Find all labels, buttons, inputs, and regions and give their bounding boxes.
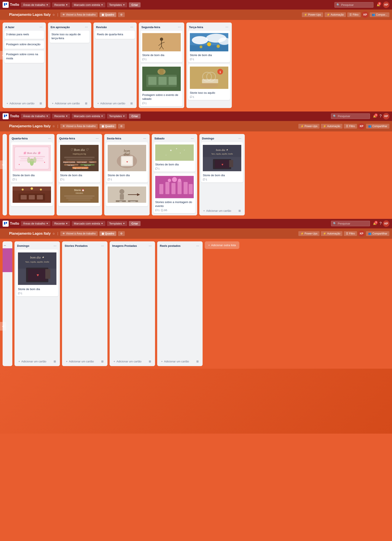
board-view-button[interactable]: ▦ Quadro xyxy=(99,12,116,17)
add-card-revisao[interactable]: + Adicionar um cartão ⊞ xyxy=(95,100,135,106)
search-input-2[interactable] xyxy=(338,114,364,118)
card-bom-dia-quarta[interactable]: 🌸 Bom dia 🌸 ♥ ♥ Storie de bom dia xyxy=(11,142,53,182)
create-button-2[interactable]: Criar xyxy=(129,114,141,119)
search-input-3[interactable] xyxy=(338,222,364,225)
recent-menu-2[interactable]: Recente ▼ xyxy=(52,114,70,119)
card-cores[interactable]: Postagem sobre cores na moda xyxy=(4,51,44,63)
list-menu-sexta[interactable]: ··· xyxy=(143,136,147,141)
recent-menu-3[interactable]: Recente ▼ xyxy=(52,221,70,226)
visibility-button-3[interactable]: 👁 Visível à Área de trabalho xyxy=(60,231,98,236)
list-menu-terca[interactable]: ··· xyxy=(225,25,229,29)
avatar[interactable]: KP xyxy=(383,1,389,8)
customize-button[interactable]: ⚙ xyxy=(118,12,125,17)
left-nav-button-2[interactable]: ◀ xyxy=(0,161,6,169)
share-button[interactable]: 👥 Compar... xyxy=(370,12,389,17)
search-input[interactable] xyxy=(341,3,367,6)
starred-menu[interactable]: Marcado com estrela ▼ xyxy=(72,2,105,7)
power-ups-button-3[interactable]: ⚡ Power-Ups xyxy=(298,231,320,236)
workspaces-menu-3[interactable]: Áreas de trabalho ▼ xyxy=(21,221,51,226)
notification-button[interactable]: 🔔 3 xyxy=(375,1,382,8)
search-bar-3[interactable]: 🔍 xyxy=(331,221,370,226)
star-icon-3[interactable]: ☆ xyxy=(52,232,55,235)
avatar-2[interactable]: KP xyxy=(383,113,389,120)
starred-menu-3[interactable]: Marcado com estrela ▼ xyxy=(72,221,105,226)
starred-menu-2[interactable]: Marcado com estrela ▼ xyxy=(72,114,105,119)
star-icon-2[interactable]: ☆ xyxy=(52,125,55,128)
list-menu-stories-postados[interactable]: ··· xyxy=(100,244,105,248)
add-card-stories-postados[interactable]: + Adicionar um cartão ⊞ xyxy=(64,359,106,364)
avatar-board-2[interactable]: KP xyxy=(358,123,365,130)
filter-button[interactable]: ☰ Filtro xyxy=(347,12,361,17)
left-nav-button-3[interactable]: ◀ xyxy=(0,322,6,331)
board-title[interactable]: Planejamento Lagos Italy xyxy=(9,13,51,17)
visibility-button-2[interactable]: 👁 Visível à Área de trabalho xyxy=(60,124,98,129)
board-title-2[interactable]: Planejamento Lagos Italy xyxy=(9,124,51,128)
customize-button-2[interactable]: ⚙ xyxy=(118,124,125,129)
add-card-a-fazer[interactable]: + Adicionar um cartão ⊞ xyxy=(4,100,44,106)
create-button-3[interactable]: Criar xyxy=(129,221,141,226)
list-menu-revisao[interactable]: ··· xyxy=(129,25,134,29)
board-view-button-3[interactable]: ▦ Quadro xyxy=(99,231,116,236)
card-bom-dia-domingo-3[interactable]: bom dia ✦ Taro, Aquila, aquifer, breife … xyxy=(16,250,58,296)
list-menu-em-aprovacao[interactable]: ··· xyxy=(84,25,89,29)
filter-button-3[interactable]: ☰ Filtro xyxy=(344,231,357,236)
filter-button-2[interactable]: ☰ Filtro xyxy=(344,124,357,129)
add-card-domingo-p[interactable]: + Adicionar um cartão ⊞ xyxy=(201,208,243,214)
list-menu-sabado[interactable]: ··· xyxy=(190,136,195,141)
list-menu-a-fazer[interactable]: ··· xyxy=(39,25,43,29)
card-reels-quarta[interactable]: Reels de quarta-feira xyxy=(95,31,135,39)
templates-menu-2[interactable]: Templates ▼ xyxy=(107,114,127,119)
card-person-arrow[interactable]: Item Assunto xyxy=(106,184,148,206)
avatar-3[interactable]: KP xyxy=(383,220,389,227)
power-ups-button-2[interactable]: ⚡ Power-Ups xyxy=(298,124,320,129)
card-evento-sabado[interactable]: Postagem sobre o evento de sábado 1 xyxy=(141,64,183,106)
app-logo-3[interactable]: Trello xyxy=(3,221,19,227)
list-menu-imagens-postadas[interactable]: ··· xyxy=(148,244,153,248)
search-bar-2[interactable]: 🔍 xyxy=(331,114,370,119)
card-bom-dia-sexta[interactable]: bom dia! ♥ Storie de bom dia 1 xyxy=(106,142,148,182)
templates-menu[interactable]: Templates ▼ xyxy=(107,2,127,7)
templates-menu-3[interactable]: Templates ▼ xyxy=(107,221,127,226)
card-decoracao[interactable]: Postagem sobre decoração xyxy=(4,41,44,49)
create-button[interactable]: Criar xyxy=(129,2,141,7)
add-list-button[interactable]: + Adicionar outra lista xyxy=(205,241,239,249)
power-ups-button[interactable]: ⚡ Power-Ups xyxy=(302,12,323,17)
add-card-reels-postados[interactable]: + Adicionar um cartão ⊞ xyxy=(159,359,201,364)
workspaces-menu[interactable]: Áreas de trabalho ▼ xyxy=(21,2,51,7)
customize-button-3[interactable]: ⚙ xyxy=(118,231,125,236)
add-card-em-aprovacao[interactable]: + Adicionar um cartão ⊞ xyxy=(50,100,90,106)
workspaces-menu-2[interactable]: Áreas de trabalho ▼ xyxy=(21,114,51,119)
card-bom-dia-domingo[interactable]: bom dia ✦ Taro, Aquila, aquifer, breife … xyxy=(201,142,243,182)
add-card-domingo-3[interactable]: + Adicionar um cartão ⊞ xyxy=(16,359,58,364)
card-storie-aquilo-terca[interactable]: 1 Storie isso ou aquilo 1 xyxy=(188,64,230,100)
list-menu-domingo-p[interactable]: ··· xyxy=(238,136,242,141)
add-card-imagens-postadas[interactable]: + Adicionar um cartão ⊞ xyxy=(111,359,153,364)
list-menu-reels-postados[interactable]: ··· xyxy=(195,244,200,248)
card-bom-dia-quinta[interactable]: ♡ Bom dia ♡ Inspiring you log Ninguém é … xyxy=(58,142,100,182)
avatar-board-3[interactable]: KP xyxy=(358,230,365,237)
search-bar[interactable]: 🔍 xyxy=(335,2,373,8)
avatar-board[interactable]: KP xyxy=(362,11,368,18)
share-button-3[interactable]: 👥 Compartilhar xyxy=(366,231,389,236)
card-reels[interactable]: 3 ideias para reels xyxy=(4,31,44,39)
notification-button-3[interactable]: 🔔 3 xyxy=(372,220,378,227)
notification-button-2[interactable]: 🔔 3 xyxy=(372,113,378,120)
card-montagem-evento[interactable]: Stories sobre a montagem do evento 1 0/5 xyxy=(153,173,195,213)
list-menu-domingo-3[interactable]: ··· xyxy=(53,244,57,248)
board-title-3[interactable]: Planejamento Lagos Italy xyxy=(9,232,51,235)
list-menu-segunda[interactable]: ··· xyxy=(177,25,182,29)
left-nav-button[interactable]: ◀ xyxy=(0,51,6,60)
automation-button-2[interactable]: ⚡ Automação xyxy=(321,124,342,129)
automation-button[interactable]: ⚡ Automação xyxy=(325,12,346,17)
visibility-button[interactable]: 👁 Visível à Área de trabalho xyxy=(60,12,98,17)
card-bom-dia-terca[interactable]: Storie de bom dia 1 xyxy=(188,31,230,62)
list-menu-quinta[interactable]: ··· xyxy=(95,136,99,141)
board-view-button-2[interactable]: ▦ Quadro xyxy=(99,124,116,129)
card-event-table-quarta[interactable] xyxy=(11,184,53,206)
app-logo-2[interactable]: Trello xyxy=(3,113,19,119)
card-storie-interativo[interactable]: Storie ⏰ Interativo xyxy=(58,184,100,206)
card-bom-dia-segunda[interactable]: Storie de bom dia 1 xyxy=(141,31,183,62)
star-icon[interactable]: ☆ xyxy=(52,13,55,16)
card-stories-bom-dia-sabado[interactable]: ✦ ✦ ✦ ✦ ✦ Stories de bom dia 1 xyxy=(153,142,195,172)
card-storie-terca[interactable]: Storie isso ou aquilo de terça-feira xyxy=(50,31,90,43)
